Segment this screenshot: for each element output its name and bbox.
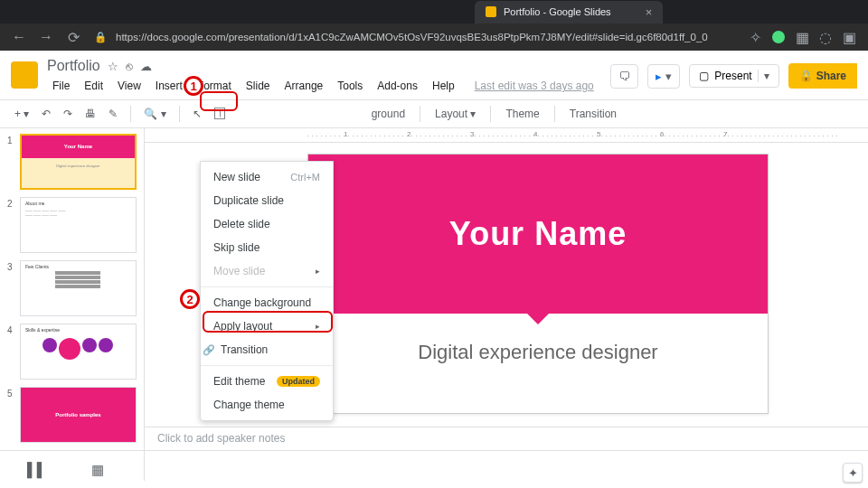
menu-help[interactable]: Help	[427, 76, 460, 96]
present-icon: ▢	[699, 70, 709, 82]
new-slide-button[interactable]: + ▾	[11, 106, 33, 122]
menu-item-move-slide: Move slide ▸	[201, 259, 333, 283]
notes-placeholder: Click to add speaker notes	[157, 432, 285, 445]
extension-icon[interactable]: ▦	[796, 31, 808, 43]
slide-thumbnail[interactable]: Portfolio samples	[20, 387, 137, 443]
forward-icon[interactable]: →	[40, 31, 52, 43]
menu-file[interactable]: File	[47, 76, 75, 96]
back-icon[interactable]: ←	[13, 31, 25, 43]
cloud-status-icon[interactable]: ☁	[140, 60, 152, 73]
annotation-marker: 1	[184, 76, 203, 96]
menu-tools[interactable]: Tools	[332, 76, 368, 96]
caret-decoration	[525, 312, 551, 324]
menu-separator	[201, 286, 333, 287]
thumb-number: 3	[7, 260, 14, 316]
slide-filmstrip[interactable]: 1 Your Name Digital experience designer …	[0, 128, 145, 481]
lock-icon: 🔒	[94, 31, 107, 43]
menu-edit[interactable]: Edit	[79, 76, 108, 96]
present-label: Present	[714, 70, 751, 82]
updated-badge: Updated	[277, 376, 320, 387]
print-button[interactable]: 🖶	[81, 106, 99, 122]
slides-logo-icon[interactable]	[11, 61, 38, 89]
slide-title: Your Name	[449, 215, 627, 253]
background-button[interactable]: ground	[366, 106, 410, 122]
slide-subtitle[interactable]: Digital experience designer	[308, 341, 768, 364]
last-edit-link[interactable]: Last edit was 3 days ago	[469, 76, 599, 96]
menu-insert[interactable]: Insert	[150, 76, 188, 96]
browser-extensions: ✧ ▦ ◌ ▣	[749, 31, 855, 43]
shortcut-label: Ctrl+M	[290, 172, 320, 183]
url-text: https://docs.google.com/presentation/d/1…	[116, 32, 708, 42]
browser-tab[interactable]: Portfolio - Google Slides ×	[475, 1, 663, 23]
speaker-notes[interactable]: Click to add speaker notes	[145, 427, 868, 450]
google-slides-app: Portfolio ☆ ⎋ ☁ File Edit View Insert Fo…	[0, 51, 868, 488]
slides-favicon	[486, 6, 496, 17]
share-page-icon[interactable]: ✧	[749, 31, 761, 43]
paint-format-button[interactable]: ✎	[105, 106, 121, 122]
menu-item-change-theme[interactable]: Change theme	[201, 393, 333, 417]
menu-item-transition[interactable]: 🔗 Transition	[201, 338, 333, 361]
separator	[179, 106, 180, 122]
layout-button[interactable]: Layout ▾	[429, 106, 481, 122]
extension-icon[interactable]: ◌	[819, 31, 832, 43]
slide-thumbnail[interactable]: Your Name Digital experience designer	[20, 134, 137, 190]
slide-menu-dropdown: New slide Ctrl+M Duplicate slide Delete …	[200, 161, 334, 421]
zoom-button[interactable]: 🔍 ▾	[140, 106, 169, 122]
comments-button[interactable]: 🗨	[610, 64, 638, 89]
menu-item-duplicate-slide[interactable]: Duplicate slide	[201, 189, 333, 212]
extension-icon[interactable]: ▣	[843, 31, 855, 43]
slide-canvas[interactable]: Your Name Digital experience designer	[307, 154, 769, 414]
browser-address-bar: ← → ⟳ 🔒 https://docs.google.com/presenta…	[0, 23, 868, 51]
explore-button[interactable]: ✦	[843, 463, 863, 483]
thumb-subtitle: Digital experience designer	[21, 164, 136, 168]
menu-item-edit-theme[interactable]: Edit theme Updated	[201, 370, 333, 393]
thumb-title: Your Name	[21, 135, 136, 158]
extension-icon[interactable]	[772, 31, 785, 43]
grid-view-icon[interactable]: ▦	[91, 462, 104, 478]
share-label: Share	[816, 70, 846, 82]
filmstrip-view-icon[interactable]: ▌▌	[27, 462, 46, 477]
reload-icon[interactable]: ⟳	[67, 31, 80, 43]
slideshow-dropdown-button[interactable]: ▸▾	[647, 64, 680, 89]
menu-addons[interactable]: Add-ons	[372, 76, 423, 96]
browser-tab-strip: Portfolio - Google Slides ×	[0, 0, 868, 23]
menu-arrange[interactable]: Arrange	[279, 76, 329, 96]
slide-thumbnail[interactable]: Skills & expertise	[20, 324, 137, 380]
slide-thumbnail[interactable]: Few Clients	[20, 260, 137, 316]
theme-button[interactable]: Theme	[500, 106, 544, 122]
share-icon: 🔒	[799, 70, 813, 82]
separator	[554, 106, 555, 122]
menu-slide[interactable]: Slide	[241, 76, 276, 96]
undo-button[interactable]: ↶	[38, 106, 54, 122]
annotation-highlight	[203, 311, 333, 333]
slide-title-block[interactable]: Your Name	[308, 155, 768, 314]
transition-icon: 🔗	[203, 344, 215, 356]
share-button[interactable]: 🔒 Share	[788, 63, 857, 89]
separator	[490, 106, 491, 122]
thumb-number: 1	[7, 134, 14, 190]
document-title[interactable]: Portfolio	[47, 58, 100, 74]
chevron-right-icon: ▸	[316, 267, 320, 276]
redo-button[interactable]: ↷	[60, 106, 76, 122]
horizontal-ruler: 1 2 3 4 5 6 7	[145, 128, 868, 143]
menu-item-delete-slide[interactable]: Delete slide	[201, 212, 333, 236]
move-icon[interactable]: ⎋	[126, 60, 133, 73]
tab-title: Portfolio - Google Slides	[504, 6, 611, 17]
close-tab-icon[interactable]: ×	[646, 5, 653, 19]
menu-view[interactable]: View	[112, 76, 146, 96]
menu-item-skip-slide[interactable]: Skip slide	[201, 236, 333, 259]
present-button[interactable]: ▢ Present ▾	[689, 64, 778, 88]
star-icon[interactable]: ☆	[108, 60, 118, 73]
thumb-number: 2	[7, 197, 14, 253]
thumb-number: 4	[7, 324, 14, 380]
menu-bar: File Edit View Insert Format Slide Arran…	[47, 76, 610, 96]
url-box[interactable]: 🔒 https://docs.google.com/presentation/d…	[94, 31, 734, 43]
present-caret-icon[interactable]: ▾	[758, 70, 769, 82]
menu-separator	[201, 365, 333, 366]
menu-item-new-slide[interactable]: New slide Ctrl+M	[201, 165, 333, 189]
title-bar: Portfolio ☆ ⎋ ☁ File Edit View Insert Fo…	[0, 51, 868, 96]
slide-thumbnail[interactable]: About me—— —— —— —— ———— —— —— ——	[20, 197, 137, 253]
transition-button[interactable]: Transition	[564, 106, 622, 122]
annotation-marker: 2	[180, 289, 200, 309]
separator	[420, 106, 420, 122]
